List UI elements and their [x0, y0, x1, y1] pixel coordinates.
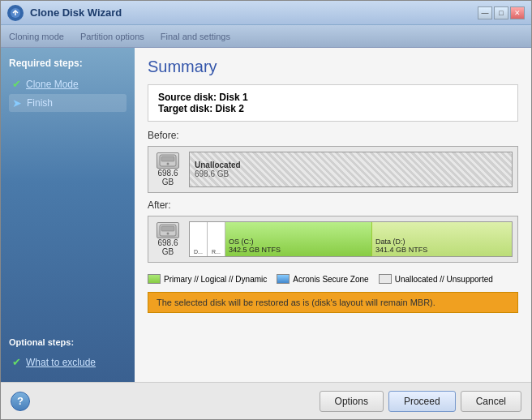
- wizard-window: Clone Disk Wizard — □ ✕ Cloning mode Par…: [0, 0, 532, 420]
- sys2-label: R...: [212, 249, 221, 255]
- legend-unalloc-label: Unallocated // Unsupported: [395, 275, 493, 284]
- partition-d: Data (D:) 341.4 GB NTFS: [372, 222, 512, 256]
- source-label: Source disk: Disk 1: [158, 92, 248, 103]
- app-icon: [7, 5, 24, 21]
- legend-primary: Primary // Logical // Dynamic: [148, 274, 267, 284]
- arrow-icon: ➤: [12, 96, 22, 109]
- partition-d-size: 341.4 GB NTFS: [375, 246, 508, 254]
- help-button[interactable]: ?: [11, 392, 30, 411]
- optional-steps: Optional steps: ✔ What to exclude: [9, 337, 127, 372]
- before-disk-visual: 698.6 GB Unallocated 698.6 GB: [148, 146, 518, 193]
- sidebar: Required steps: ✔ Clone Mode ➤ Finish Op…: [1, 48, 135, 382]
- page-title: Summary: [148, 58, 518, 76]
- svg-point-6: [167, 233, 169, 235]
- before-disk-size: 698.6 GB: [153, 169, 182, 186]
- after-disk-icon: 698.6 GB: [153, 225, 182, 254]
- legend-acronis-box: [277, 274, 290, 284]
- unalloc-label: Unallocated: [195, 161, 507, 169]
- sidebar-item-clone-mode[interactable]: ✔ Clone Mode: [9, 75, 127, 92]
- warning-text: The selected disk will be restored as is…: [157, 298, 435, 307]
- nav-step-3[interactable]: Final and settings: [161, 32, 230, 41]
- maximize-button[interactable]: □: [494, 6, 508, 19]
- before-label: Before:: [148, 130, 518, 141]
- partition-d-label: Data (D:): [375, 238, 508, 246]
- cancel-button[interactable]: Cancel: [461, 391, 521, 412]
- footer-left: ?: [11, 392, 30, 411]
- unallocated-partition: Unallocated 698.6 GB: [190, 152, 512, 186]
- legend-unalloc: Unallocated // Unsupported: [379, 274, 493, 284]
- sys1-label: D...: [194, 249, 203, 255]
- source-disk-info: Source disk: Disk 1: [158, 92, 508, 103]
- before-section: Before: 698.6 GB: [148, 130, 518, 193]
- footer: ? Options Proceed Cancel: [1, 382, 531, 419]
- window-title: Clone Disk Wizard: [30, 6, 478, 19]
- summary-info: Source disk: Disk 1 Target disk: Disk 2: [148, 84, 518, 122]
- after-partition-bar: D... R... OS (C:) 342.5 GB NTFS: [189, 221, 513, 257]
- check-icon: ✔: [12, 78, 21, 90]
- main-content: Required steps: ✔ Clone Mode ➤ Finish Op…: [1, 48, 531, 382]
- after-label: After:: [148, 199, 518, 211]
- disk-img: [157, 152, 179, 169]
- svg-point-3: [167, 163, 169, 165]
- close-button[interactable]: ✕: [510, 6, 525, 19]
- partition-sys1: D...: [190, 222, 208, 256]
- window-controls: — □ ✕: [478, 6, 525, 19]
- titlebar: Clone Disk Wizard — □ ✕: [1, 1, 531, 25]
- nav-step-2[interactable]: Partition options: [80, 32, 144, 41]
- unalloc-size: 698.6 GB: [195, 169, 507, 178]
- wizard-nav: Cloning mode Partition options Final and…: [1, 25, 531, 48]
- required-steps-label: Required steps:: [9, 58, 127, 69]
- after-section: After: 698.6 GB: [148, 199, 518, 263]
- optional-steps-label: Optional steps:: [9, 337, 127, 347]
- clone-mode-link[interactable]: Clone Mode: [26, 79, 79, 90]
- before-partition-bar: Unallocated 698.6 GB: [189, 152, 513, 187]
- minimize-button[interactable]: —: [478, 6, 492, 19]
- partition-sys2: R...: [208, 222, 225, 256]
- check-icon-2: ✔: [12, 356, 21, 368]
- target-disk-info: Target disk: Disk 2: [158, 103, 508, 114]
- sidebar-item-exclude[interactable]: ✔ What to exclude: [9, 354, 127, 371]
- partition-c: OS (C:) 342.5 GB NTFS: [225, 222, 372, 256]
- legend: Primary // Logical // Dynamic Acronis Se…: [148, 274, 518, 284]
- target-label: Target disk: Disk 2: [158, 103, 244, 114]
- partition-c-label: OS (C:): [229, 238, 368, 246]
- partition-c-size: 342.5 GB NTFS: [229, 246, 368, 254]
- warning-message: The selected disk will be restored as is…: [148, 292, 518, 313]
- after-disk-img: [157, 222, 179, 238]
- after-disk-size: 698.6 GB: [153, 238, 182, 256]
- legend-primary-label: Primary // Logical // Dynamic: [164, 275, 267, 284]
- svg-rect-5: [161, 226, 174, 231]
- sidebar-item-finish[interactable]: ➤ Finish: [9, 94, 127, 112]
- content-area: Summary Source disk: Disk 1 Target disk:…: [135, 48, 531, 382]
- finish-label: Finish: [27, 97, 53, 109]
- legend-unalloc-box: [379, 274, 392, 284]
- svg-rect-2: [161, 156, 174, 161]
- legend-acronis-label: Acronis Secure Zone: [293, 275, 368, 284]
- exclude-link[interactable]: What to exclude: [26, 357, 96, 368]
- legend-acronis: Acronis Secure Zone: [277, 274, 368, 284]
- legend-primary-box: [148, 274, 161, 284]
- after-disk-visual: 698.6 GB D... R... OS (C:) 342.5 GB: [148, 216, 518, 263]
- nav-step-1[interactable]: Cloning mode: [9, 32, 64, 41]
- before-disk-icon: 698.6 GB: [153, 155, 182, 184]
- options-button[interactable]: Options: [320, 391, 384, 412]
- proceed-button[interactable]: Proceed: [388, 391, 456, 412]
- footer-buttons: Options Proceed Cancel: [320, 391, 521, 412]
